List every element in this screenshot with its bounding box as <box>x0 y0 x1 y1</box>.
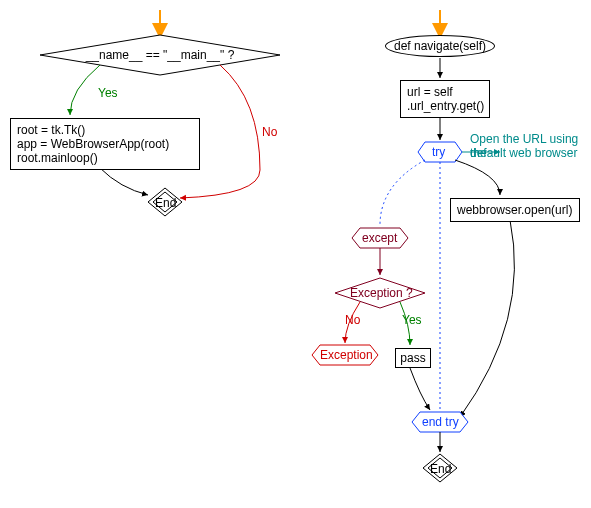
flowchart-canvas: __name__ == "__main__" ? Yes No root = t… <box>0 0 591 508</box>
left-condition: __name__ == "__main__" ? <box>72 48 248 62</box>
right-exc-cond: Exception ? <box>350 286 413 300</box>
right-exc-yes: Yes <box>402 313 422 327</box>
right-def-text: def navigate(self) <box>394 39 486 53</box>
right-try-label: try <box>432 145 445 159</box>
right-exc-no: No <box>345 313 360 327</box>
right-assign-line1: url = self <box>407 85 483 99</box>
right-end: End <box>430 462 451 476</box>
right-end-try: end try <box>422 415 459 429</box>
left-body-line1: root = tk.Tk() <box>17 123 193 137</box>
right-assign: url = self .url_entry.get() <box>400 80 490 118</box>
left-end: End <box>155 196 176 210</box>
right-pass-text: pass <box>400 351 425 365</box>
edges-svg <box>0 0 591 508</box>
left-body: root = tk.Tk() app = WebBrowserApp(root)… <box>10 118 200 170</box>
right-pass: pass <box>395 348 431 368</box>
right-comment-line2: default web browser <box>470 146 577 160</box>
right-call: webbrowser.open(url) <box>450 198 580 222</box>
left-body-line3: root.mainloop() <box>17 151 193 165</box>
right-assign-line2: .url_entry.get() <box>407 99 483 113</box>
left-no-label: No <box>262 125 277 139</box>
right-exc-box: Exception <box>320 348 373 362</box>
left-yes-label: Yes <box>98 86 118 100</box>
right-call-text: webbrowser.open(url) <box>457 203 572 217</box>
left-body-line2: app = WebBrowserApp(root) <box>17 137 193 151</box>
right-def-oval: def navigate(self) <box>385 35 495 57</box>
right-except-label: except <box>362 231 397 245</box>
